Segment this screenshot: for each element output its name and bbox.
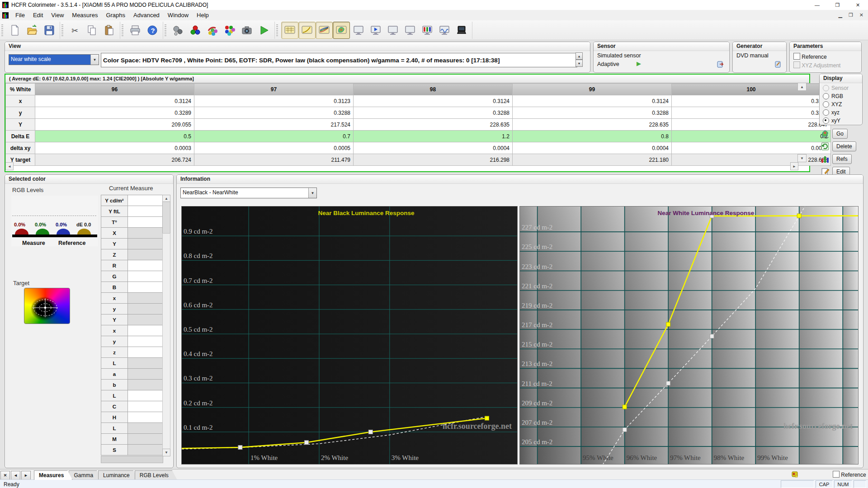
table-cell[interactable]: 0.2	[672, 131, 831, 142]
view-monitor2-icon[interactable]	[384, 22, 401, 39]
view-monitor1-icon[interactable]	[350, 22, 367, 39]
table-cell[interactable]: 0.5	[35, 131, 194, 142]
reference-checkbox[interactable]: Reference	[793, 53, 827, 60]
sensor-probe-icon[interactable]	[170, 22, 187, 39]
column-header-96[interactable]: 96	[35, 84, 194, 95]
prev-tab-button[interactable]: ◄	[11, 471, 20, 480]
menu-window[interactable]: Window	[164, 10, 193, 20]
sensor-config-icon[interactable]	[717, 60, 725, 68]
refs-button[interactable]: Refs	[820, 153, 865, 165]
close-view-button[interactable]: ✕	[0, 471, 10, 480]
table-cell[interactable]: 0.0004	[354, 142, 513, 154]
chevron-down-icon[interactable]: ▼	[90, 55, 99, 65]
table-cell[interactable]: 0.8	[513, 131, 672, 142]
table-cell[interactable]: 228.635	[513, 119, 672, 131]
cm-scroll-track[interactable]	[162, 233, 170, 454]
table-cell[interactable]: 0.3124	[513, 95, 672, 107]
grid-measure-icon[interactable]	[221, 22, 238, 39]
table-cell[interactable]: 217.524	[194, 119, 354, 131]
view-monitor3-icon[interactable]	[401, 22, 419, 39]
run-measures-icon[interactable]	[255, 22, 273, 39]
column-header-100[interactable]: 100	[672, 84, 831, 95]
generator-config-icon[interactable]	[774, 60, 783, 68]
scale-select[interactable]: Near white scale ▼	[9, 54, 99, 65]
table-cell[interactable]: 0.3289	[35, 107, 194, 119]
tab-rgb-levels[interactable]: RGB Levels	[135, 470, 177, 480]
mdi-window-buttons[interactable]: ▁❐✕	[838, 12, 863, 18]
copy-icon[interactable]	[84, 22, 101, 39]
view-monitor-play-icon[interactable]	[367, 22, 384, 39]
menu-help[interactable]: Help	[193, 10, 213, 20]
reference-bottom-checkbox[interactable]: Reference	[833, 471, 866, 478]
table-cell[interactable]: 216.298	[354, 154, 513, 166]
scroll-up-button[interactable]: ▲	[797, 83, 807, 91]
next-tab-button[interactable]: ►	[21, 471, 31, 480]
view-laptop-icon[interactable]	[453, 22, 470, 39]
display-option-xyy[interactable]: xyY	[823, 117, 862, 125]
rgb-measure-icon[interactable]	[187, 22, 204, 39]
table-cell[interactable]: 211.479	[194, 154, 354, 166]
tab-gamma[interactable]: Gamma	[69, 470, 102, 480]
menu-view[interactable]: View	[47, 10, 68, 20]
paste-icon[interactable]	[101, 22, 118, 39]
view-curves-icon[interactable]	[316, 22, 333, 39]
scroll-down-button[interactable]: ▼	[797, 154, 807, 162]
table-cell[interactable]: 221.180	[513, 154, 672, 166]
menu-edit[interactable]: Edit	[29, 10, 47, 20]
table-cell[interactable]: 228.647	[672, 119, 831, 131]
scroll-left-button[interactable]: ◄	[5, 162, 14, 170]
table-cell[interactable]: 0.3288	[194, 107, 354, 119]
table-cell[interactable]: 228.635	[354, 119, 513, 131]
graph-selector[interactable]: NearBlack - NearWhite ▼	[180, 188, 317, 198]
restore-button[interactable]: ❐	[827, 0, 848, 10]
menu-graphs[interactable]: Graphs	[102, 10, 129, 20]
new-file-icon[interactable]	[6, 22, 24, 39]
table-cell[interactable]: 228.623	[672, 154, 831, 166]
delete-button[interactable]: Delete	[820, 140, 865, 153]
table-cell[interactable]: 209.055	[35, 119, 194, 131]
view-gamma-icon[interactable]	[298, 22, 316, 39]
cm-scroll-thumb[interactable]	[162, 202, 170, 234]
table-cell[interactable]: 1.2	[354, 131, 513, 142]
column-header-99[interactable]: 99	[513, 84, 672, 95]
scroll-right-button[interactable]: ►	[790, 162, 798, 170]
print-icon[interactable]	[127, 22, 144, 39]
cm-scroll-down[interactable]: ▼	[162, 449, 170, 456]
table-cell[interactable]: 0.3124	[672, 95, 831, 107]
close-button[interactable]: ✕	[848, 0, 868, 10]
menu-advanced[interactable]: Advanced	[129, 10, 164, 20]
table-cell[interactable]: 0.3123	[194, 95, 354, 107]
column-header-98[interactable]: 98	[354, 84, 513, 95]
table-cell[interactable]: 0.3288	[513, 107, 672, 119]
tab-measures[interactable]: Measures	[34, 470, 72, 480]
table-cell[interactable]: 0.3288	[354, 107, 513, 119]
table-cell[interactable]: 0.3124	[35, 95, 194, 107]
help-icon[interactable]: ?	[144, 22, 161, 39]
table-cell[interactable]: 0.3288	[672, 107, 831, 119]
view-waveform-icon[interactable]	[436, 22, 453, 39]
xyz-adjustment-checkbox[interactable]: XYZ Adjustment	[793, 61, 840, 69]
go-button[interactable]: Go	[820, 127, 865, 140]
table-cell[interactable]: 0.0004	[513, 142, 672, 154]
table-cell[interactable]: 0.0003	[35, 142, 194, 154]
sensor-play-icon[interactable]: ▶	[637, 60, 641, 67]
table-cell[interactable]: 206.724	[35, 154, 194, 166]
table-cell[interactable]: 0.7	[194, 131, 354, 142]
table-cell[interactable]: 0.3124	[354, 95, 513, 107]
save-icon[interactable]	[41, 22, 58, 39]
snapshot-icon[interactable]	[238, 22, 255, 39]
table-cell[interactable]: 0.0005	[194, 142, 354, 154]
menu-measures[interactable]: Measures	[68, 10, 102, 20]
tab-luminance[interactable]: Luminance	[98, 470, 138, 480]
free-measure-icon[interactable]	[204, 22, 221, 39]
open-file-icon[interactable]	[24, 22, 41, 39]
cut-icon[interactable]: ✂	[66, 22, 84, 39]
view-datagrid-icon[interactable]	[281, 22, 298, 39]
display-option-rgb[interactable]: RGB	[823, 92, 862, 100]
chevron-down-icon[interactable]: ▼	[308, 188, 316, 198]
minimize-button[interactable]: —	[807, 0, 827, 10]
view-cie-icon[interactable]	[333, 22, 350, 39]
menu-file[interactable]: File	[11, 10, 29, 20]
cm-hscrollbar[interactable]	[101, 456, 163, 463]
table-cell[interactable]: 0.0004	[672, 142, 831, 154]
